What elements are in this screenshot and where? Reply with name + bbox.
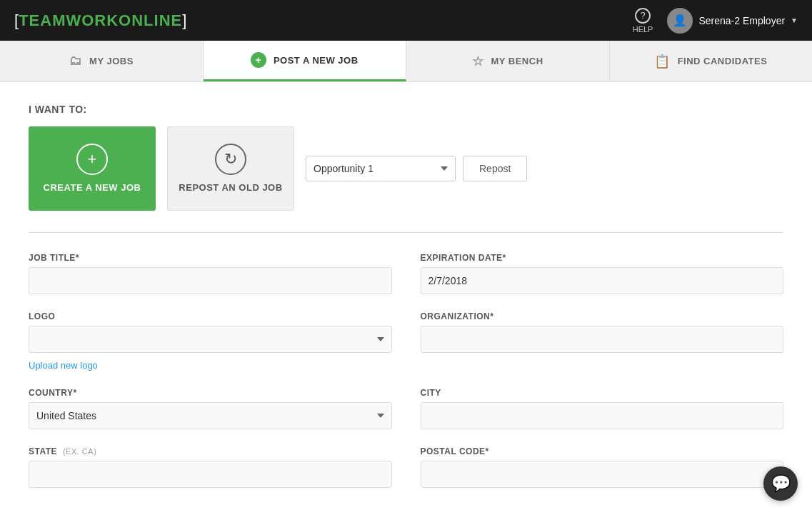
tab-post-new-job-label: POST A NEW JOB bbox=[274, 55, 359, 66]
organization-input[interactable] bbox=[421, 326, 784, 353]
country-label: COUNTRY* bbox=[29, 388, 392, 398]
main-content: I WANT TO: + CREATE A NEW JOB ↻ REPOST A… bbox=[0, 82, 812, 515]
user-avatar: 👤 bbox=[667, 8, 693, 34]
upload-logo-link[interactable]: Upload new logo bbox=[29, 360, 392, 371]
brand-name-part1: TEAMWORK bbox=[19, 11, 119, 29]
postal-code-label: POSTAL CODE* bbox=[421, 446, 784, 456]
i-want-to-label: I WANT TO: bbox=[29, 104, 783, 115]
job-title-input[interactable] bbox=[29, 267, 392, 294]
job-title-group: JOB TITLE* bbox=[29, 253, 392, 294]
logo-area: [ TEAMWORKONLINE ] bbox=[14, 11, 186, 30]
create-new-job-label: CREATE A NEW JOB bbox=[44, 182, 141, 194]
tab-find-candidates-label: FIND CANDIDATES bbox=[678, 56, 768, 66]
city-label: CITY bbox=[421, 388, 784, 398]
create-plus-icon: + bbox=[76, 144, 108, 175]
job-title-label: JOB TITLE* bbox=[29, 253, 392, 263]
section-divider bbox=[29, 232, 783, 233]
tab-my-bench-label: MY BENCH bbox=[491, 56, 543, 66]
tab-my-jobs[interactable]: 🗂 MY JOBS bbox=[0, 41, 204, 81]
repost-controls: Opportunity 1 Opportunity 2 Opportunity … bbox=[306, 156, 527, 181]
expiration-date-label: EXPIRATION DATE* bbox=[421, 253, 784, 263]
country-select[interactable]: United States Canada United Kingdom Aust… bbox=[29, 402, 392, 429]
postal-code-input[interactable] bbox=[421, 461, 784, 488]
tab-my-bench[interactable]: ☆ MY BENCH bbox=[406, 41, 610, 81]
help-icon: ? bbox=[635, 8, 651, 24]
tab-find-candidates[interactable]: 📋 FIND CANDIDATES bbox=[610, 41, 813, 81]
state-input[interactable] bbox=[29, 461, 392, 488]
plus-circle-icon: + bbox=[251, 52, 266, 68]
star-icon: ☆ bbox=[472, 54, 484, 69]
top-right-area: ? HELP 👤 Serena-2 Employer ▼ bbox=[633, 8, 798, 34]
tab-navigation: 🗂 MY JOBS + POST A NEW JOB ☆ MY BENCH 📋 … bbox=[0, 41, 812, 82]
repost-button[interactable]: Repost bbox=[463, 156, 527, 181]
state-group: STATE (ex. CA) bbox=[29, 446, 392, 488]
logo-group: LOGO Upload new logo bbox=[29, 311, 392, 371]
repost-old-job-label: REPOST AN OLD JOB bbox=[179, 182, 282, 194]
logo-text: TEAMWORKONLINE bbox=[19, 11, 182, 30]
job-form: JOB TITLE* EXPIRATION DATE* LOGO Upload … bbox=[29, 253, 783, 488]
logo-label: LOGO bbox=[29, 311, 392, 321]
logo-select[interactable] bbox=[29, 326, 392, 353]
brand-name-part2: ONLINE bbox=[119, 11, 182, 29]
state-label: STATE (ex. CA) bbox=[29, 446, 392, 456]
top-bar: [ TEAMWORKONLINE ] ? HELP 👤 Serena-2 Emp… bbox=[0, 0, 812, 41]
city-input[interactable] bbox=[421, 402, 784, 429]
user-menu[interactable]: 👤 Serena-2 Employer ▼ bbox=[667, 8, 798, 34]
chevron-down-icon: ▼ bbox=[791, 16, 798, 24]
organization-label: ORGANIZATION* bbox=[421, 311, 784, 321]
country-group: COUNTRY* United States Canada United Kin… bbox=[29, 388, 392, 429]
state-hint: (ex. CA) bbox=[63, 447, 96, 456]
logo-bracket-close: ] bbox=[182, 11, 186, 30]
tab-post-new-job[interactable]: + POST A NEW JOB bbox=[204, 41, 407, 81]
create-new-job-option[interactable]: + CREATE A NEW JOB bbox=[29, 126, 156, 211]
expiration-date-group: EXPIRATION DATE* bbox=[421, 253, 784, 294]
chat-icon: 💬 bbox=[771, 474, 791, 493]
tab-my-jobs-label: MY JOBS bbox=[89, 56, 134, 66]
help-label: HELP bbox=[633, 25, 653, 34]
repost-icon: ↻ bbox=[215, 144, 246, 175]
document-icon: 📋 bbox=[654, 54, 671, 69]
help-button[interactable]: ? HELP bbox=[633, 8, 653, 34]
briefcase-icon: 🗂 bbox=[69, 54, 83, 69]
city-group: CITY bbox=[421, 388, 784, 429]
postal-code-group: POSTAL CODE* bbox=[421, 446, 784, 488]
repost-old-job-option[interactable]: ↻ REPOST AN OLD JOB bbox=[167, 126, 294, 211]
expiration-date-input[interactable] bbox=[421, 267, 784, 294]
chat-button[interactable]: 💬 bbox=[763, 466, 798, 501]
opportunity-select[interactable]: Opportunity 1 Opportunity 2 Opportunity … bbox=[306, 156, 456, 181]
options-row: + CREATE A NEW JOB ↻ REPOST AN OLD JOB O… bbox=[29, 126, 783, 211]
organization-group: ORGANIZATION* bbox=[421, 311, 784, 371]
user-name: Serena-2 Employer bbox=[698, 15, 785, 26]
